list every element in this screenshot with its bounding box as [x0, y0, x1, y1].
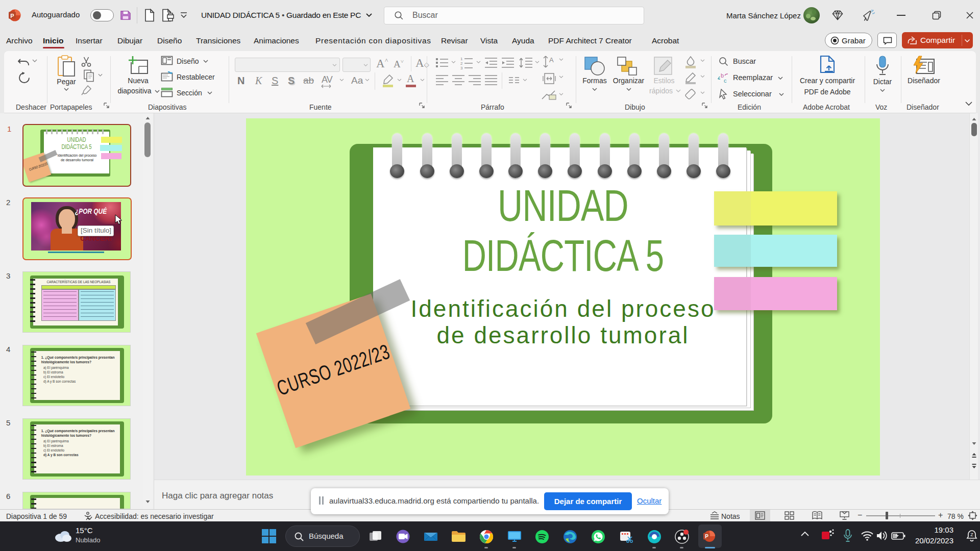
svg-text:3: 3 — [460, 66, 463, 69]
svg-text:1: 1 — [460, 57, 463, 61]
svg-text:A: A — [549, 56, 554, 64]
svg-text:2: 2 — [460, 61, 463, 66]
svg-text:Z: Z — [970, 532, 973, 537]
svg-text:P: P — [10, 13, 14, 19]
svg-text:c: c — [724, 78, 727, 84]
svg-text:P: P — [705, 534, 708, 539]
